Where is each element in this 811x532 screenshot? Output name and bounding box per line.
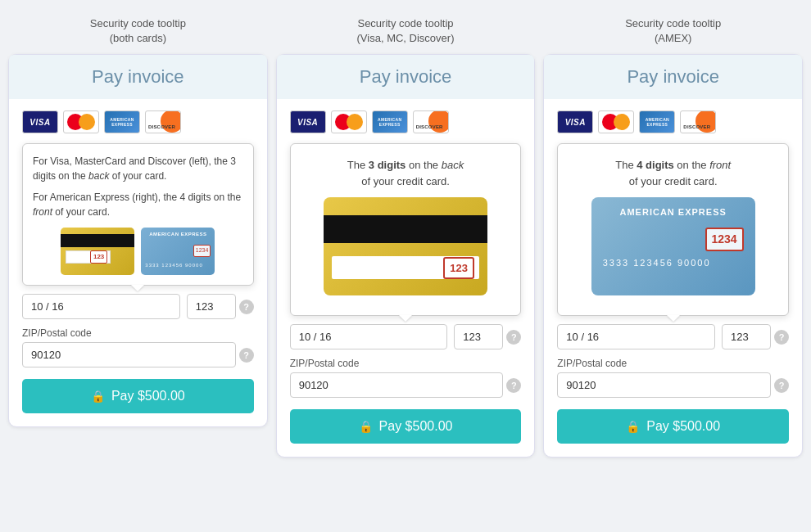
zip-label-1: ZIP/Postal code bbox=[22, 327, 254, 339]
card-logos-2: VISA AMERICAN EXPRESS DISCOVER bbox=[290, 110, 522, 133]
column-label-3: Security code tooltip (AMEX) bbox=[625, 16, 721, 46]
card-logos-3: VISA AMERICAN EXPRESS DISCOVER bbox=[557, 110, 789, 133]
column-amex: Security code tooltip (AMEX) Pay invoice… bbox=[543, 16, 803, 458]
pay-button-3[interactable]: 🔒 Pay $500.00 bbox=[557, 409, 789, 444]
card-title-3: Pay invoice bbox=[557, 66, 789, 88]
zip-section-2: ZIP/Postal code ? bbox=[290, 358, 522, 398]
expiry-input-2[interactable] bbox=[290, 324, 448, 349]
zip-section-3: ZIP/Postal code ? bbox=[557, 358, 789, 398]
column-label-2: Security code tooltip (Visa, MC, Discove… bbox=[357, 16, 455, 46]
cvv-help-icon-3[interactable]: ? bbox=[774, 330, 789, 345]
tooltip-back-text: The 3 digits on the backof your credit c… bbox=[301, 157, 511, 189]
big-amex-card: AMERICAN EXPRESS 1234 3333 123456 90000 bbox=[591, 197, 755, 295]
tooltip-back: The 3 digits on the backof your credit c… bbox=[290, 143, 522, 316]
zip-help-icon-3[interactable]: ? bbox=[774, 378, 789, 393]
zip-input-3[interactable] bbox=[557, 372, 771, 398]
expiry-input-1[interactable] bbox=[22, 294, 180, 319]
mini-amex-title: AMERICAN EXPRESS bbox=[145, 231, 211, 238]
tooltip-amex: The 4 digits on the frontof your credit … bbox=[557, 143, 789, 316]
amex-logo: AMERICAN EXPRESS bbox=[104, 110, 140, 133]
zip-input-2[interactable] bbox=[290, 372, 504, 398]
discover-logo-2: DISCOVER bbox=[413, 110, 449, 133]
expiry-cvv-row-3: ? bbox=[557, 324, 789, 349]
cvv-input-2[interactable] bbox=[454, 324, 503, 349]
expiry-cvv-row-2: ? bbox=[290, 324, 522, 349]
mini-amex-numbers: 3333 123456 90000 bbox=[145, 262, 211, 269]
amex-logo-2: AMERICAN EXPRESS bbox=[372, 110, 408, 133]
discover-logo-3: DISCOVER bbox=[680, 110, 716, 133]
mastercard-logo-2 bbox=[331, 110, 367, 133]
mini-amex-code-row: 1234 bbox=[145, 245, 211, 257]
visa-logo-3: VISA bbox=[557, 110, 593, 133]
column-label-both: Security code tooltip (both cards) bbox=[90, 16, 186, 46]
zip-row-3: ? bbox=[557, 372, 789, 398]
mini-amex-code: 1234 bbox=[193, 245, 211, 257]
card-title-2: Pay invoice bbox=[290, 66, 522, 88]
card-logos-1: VISA AMERICAN EXPRESS DISCOVER bbox=[22, 110, 254, 133]
mini-amex-card: AMERICAN EXPRESS 1234 3333 123456 90000 bbox=[141, 228, 215, 275]
cvv-help-icon-2[interactable]: ? bbox=[506, 330, 521, 345]
tooltip-card-images: 123 AMERICAN EXPRESS 1234 3333 123456 90… bbox=[33, 228, 243, 275]
mastercard-logo-3 bbox=[598, 110, 634, 133]
zip-help-icon-1[interactable]: ? bbox=[239, 348, 254, 363]
pay-button-1[interactable]: 🔒 Pay $500.00 bbox=[22, 379, 254, 413]
card-header-3: Pay invoice bbox=[544, 55, 802, 99]
cvv-group-2: ? bbox=[454, 324, 521, 349]
tooltip-both: For Visa, MasterCard and Discover (left)… bbox=[22, 143, 254, 286]
big-back-code: 123 bbox=[443, 257, 474, 280]
zip-section-1: ZIP/Postal code ? bbox=[22, 327, 254, 367]
cvv-help-icon-1[interactable]: ? bbox=[239, 300, 254, 314]
cvv-input-3[interactable] bbox=[722, 324, 771, 349]
tooltip-text-1: For Visa, MasterCard and Discover (left)… bbox=[33, 154, 243, 183]
cvv-group-1: ? bbox=[187, 294, 254, 319]
column-visa-mc: Security code tooltip (Visa, MC, Discove… bbox=[276, 16, 536, 458]
card-header-1: Pay invoice bbox=[9, 55, 267, 99]
pay-card-1: Pay invoice VISA AMERICAN EXPRESS DISCOV… bbox=[8, 54, 268, 427]
zip-label-3: ZIP/Postal code bbox=[557, 358, 789, 369]
lock-icon-2: 🔒 bbox=[359, 420, 373, 433]
column-both-cards: Security code tooltip (both cards) Pay i… bbox=[8, 16, 268, 458]
pay-card-3: Pay invoice VISA AMERICAN EXPRESS DISCOV… bbox=[543, 54, 803, 458]
big-amex-code-row: 1234 bbox=[603, 228, 744, 251]
visa-logo-2: VISA bbox=[290, 110, 326, 133]
magnetic-stripe bbox=[61, 234, 134, 247]
zip-row-2: ? bbox=[290, 372, 522, 398]
cvv-input-1[interactable] bbox=[187, 294, 236, 319]
expiry-cvv-row-1: ? bbox=[22, 294, 254, 319]
lock-icon-3: 🔒 bbox=[626, 420, 640, 433]
lock-icon-1: 🔒 bbox=[91, 390, 105, 403]
big-back-card: 123 bbox=[324, 197, 487, 295]
zip-input-1[interactable] bbox=[22, 342, 236, 367]
pay-label-2: Pay $500.00 bbox=[379, 419, 453, 434]
zip-help-icon-2[interactable]: ? bbox=[506, 378, 521, 393]
pay-label-3: Pay $500.00 bbox=[646, 419, 720, 434]
big-amex-code: 1234 bbox=[705, 228, 744, 251]
big-amex-title: AMERICAN EXPRESS bbox=[603, 205, 744, 219]
pay-button-2[interactable]: 🔒 Pay $500.00 bbox=[290, 409, 522, 444]
card-header-2: Pay invoice bbox=[277, 55, 535, 99]
tooltip-text-2: For American Express (right), the 4 digi… bbox=[33, 190, 243, 219]
mastercard-logo bbox=[63, 110, 99, 133]
big-amex-numbers: 3333 123456 90000 bbox=[603, 256, 744, 270]
back-cvv: 123 bbox=[90, 250, 107, 264]
mini-back-card: 123 bbox=[61, 228, 134, 275]
pay-label-1: Pay $500.00 bbox=[111, 389, 185, 404]
zip-row-1: ? bbox=[22, 342, 254, 367]
big-magnetic-stripe bbox=[324, 215, 487, 243]
tooltip-amex-text: The 4 digits on the frontof your credit … bbox=[568, 157, 778, 189]
big-sig-area: 123 bbox=[332, 256, 479, 279]
expiry-input-3[interactable] bbox=[557, 324, 715, 349]
pay-card-2: Pay invoice VISA AMERICAN EXPRESS DISCOV… bbox=[276, 54, 536, 458]
zip-label-2: ZIP/Postal code bbox=[290, 358, 522, 369]
amex-logo-3: AMERICAN EXPRESS bbox=[639, 110, 675, 133]
cvv-group-3: ? bbox=[722, 324, 789, 349]
card-title-1: Pay invoice bbox=[22, 66, 254, 88]
signature-strip: 123 bbox=[66, 250, 111, 264]
visa-logo: VISA bbox=[22, 110, 58, 133]
discover-logo: DISCOVER bbox=[145, 110, 181, 133]
page-wrapper: Security code tooltip (both cards) Pay i… bbox=[8, 16, 803, 458]
